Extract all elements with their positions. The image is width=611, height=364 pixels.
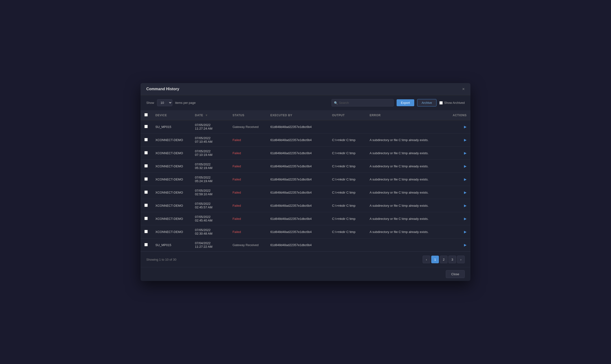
row-action-button[interactable]: ▶ (464, 191, 467, 194)
row-error: A subdirectory or file C:\tmp already ex… (366, 160, 446, 173)
row-action-button[interactable]: ▶ (464, 217, 467, 221)
select-all-checkbox[interactable] (144, 113, 148, 117)
table-footer: Showing 1 to 10 of 30 ‹ 1 2 3 › (140, 252, 471, 267)
row-checkbox[interactable] (144, 191, 148, 194)
row-action-button[interactable]: ▶ (464, 125, 467, 129)
next-page-button[interactable]: › (457, 256, 465, 263)
row-error (366, 238, 446, 252)
row-actions: ▶ (446, 212, 471, 225)
row-action-button[interactable]: ▶ (464, 164, 467, 168)
search-input[interactable] (332, 99, 394, 106)
row-device: XCONNECT-DEMO (152, 160, 191, 173)
row-action-button[interactable]: ▶ (464, 230, 467, 234)
table-row: SU_MP015 07/04/202211:27:22 AM Gateway R… (140, 238, 471, 252)
row-action-button[interactable]: ▶ (464, 204, 467, 208)
col-header-date[interactable]: DATE ▼ (191, 110, 229, 120)
row-status: Gateway Received (229, 120, 266, 133)
row-executed-by: 61d848d48ad22357e1dbc6b4 (266, 173, 328, 186)
row-error (366, 120, 446, 133)
table-wrap: DEVICE DATE ▼ STATUS EXECUTED BY OUTPUT … (140, 110, 471, 252)
page-button-1[interactable]: 1 (431, 256, 439, 263)
col-header-status: STATUS (229, 110, 266, 120)
row-checkbox-cell (140, 212, 152, 225)
row-status: Failed (229, 146, 266, 160)
row-actions: ▶ (446, 160, 471, 173)
row-actions: ▶ (446, 238, 471, 252)
row-checkbox-cell (140, 199, 152, 212)
row-action-button[interactable]: ▶ (464, 177, 467, 181)
show-archived-checkbox[interactable] (439, 101, 443, 104)
row-checkbox-cell (140, 186, 152, 199)
row-executed-by: 61d848d48ad22357e1dbc6b4 (266, 199, 328, 212)
row-checkbox-cell (140, 238, 152, 252)
row-checkbox[interactable] (144, 164, 148, 168)
row-actions: ▶ (446, 120, 471, 133)
row-executed-by: 61d848d48ad22357e1dbc6b4 (266, 120, 328, 133)
row-checkbox[interactable] (144, 125, 148, 128)
table-row: XCONNECT-DEMO 07/05/202202:45:40 AM Fail… (140, 212, 471, 225)
prev-page-button[interactable]: ‹ (423, 256, 430, 263)
table-body: SU_MP015 07/05/202211:27:24 AM Gateway R… (140, 120, 471, 252)
row-checkbox[interactable] (144, 243, 148, 246)
search-wrap: 🔍 (332, 99, 394, 106)
per-page-select[interactable]: 10 25 50 100 (157, 99, 172, 106)
toolbar: Show 10 25 50 100 items per page 🔍 Expor… (140, 95, 471, 110)
archive-button[interactable]: Archive (417, 99, 436, 106)
row-device: XCONNECT-DEMO (152, 212, 191, 225)
export-button[interactable]: Export (397, 99, 414, 106)
row-date: 07/05/202205:24:19 AM (191, 173, 229, 186)
row-error: A subdirectory or file C:\tmp already ex… (366, 133, 446, 146)
row-checkbox-cell (140, 225, 152, 238)
row-device: XCONNECT-DEMO (152, 199, 191, 212)
page-button-3[interactable]: 3 (448, 256, 456, 263)
row-date: 07/05/202202:45:57 AM (191, 199, 229, 212)
row-actions: ▶ (446, 146, 471, 160)
row-checkbox[interactable] (144, 204, 148, 207)
table-row: XCONNECT-DEMO 07/05/202205:32:19 AM Fail… (140, 160, 471, 173)
table-row: XCONNECT-DEMO 07/05/202207:10:19 AM Fail… (140, 146, 471, 160)
row-device: XCONNECT-DEMO (152, 146, 191, 160)
sort-icon: ▼ (205, 114, 208, 117)
show-archived-wrap: Show Archived (439, 101, 465, 104)
row-output: C:\>mkdir C:\tmp (328, 133, 366, 146)
row-actions: ▶ (446, 173, 471, 186)
row-actions: ▶ (446, 186, 471, 199)
page-button-2[interactable]: 2 (440, 256, 447, 263)
row-checkbox[interactable] (144, 138, 148, 141)
row-error: A subdirectory or file C:\tmp already ex… (366, 225, 446, 238)
row-date: 07/05/202207:10:19 AM (191, 146, 229, 160)
row-device: XCONNECT-DEMO (152, 225, 191, 238)
row-date: 07/04/202211:27:22 AM (191, 238, 229, 252)
command-history-modal: Command History × Show 10 25 50 100 item… (140, 83, 471, 281)
row-status: Failed (229, 160, 266, 173)
row-checkbox[interactable] (144, 151, 148, 155)
command-table: DEVICE DATE ▼ STATUS EXECUTED BY OUTPUT … (140, 110, 471, 252)
row-action-button[interactable]: ▶ (464, 151, 467, 155)
row-device: XCONNECT-DEMO (152, 133, 191, 146)
row-checkbox-cell (140, 120, 152, 133)
row-checkbox-cell (140, 133, 152, 146)
row-checkbox[interactable] (144, 217, 148, 220)
col-header-error: ERROR (366, 110, 446, 120)
close-button[interactable]: Close (446, 270, 465, 278)
modal-close-button[interactable]: × (462, 87, 465, 91)
modal-title: Command History (146, 87, 179, 91)
row-output (328, 120, 366, 133)
row-status: Failed (229, 133, 266, 146)
row-action-button[interactable]: ▶ (464, 138, 467, 142)
table-row: XCONNECT-DEMO 07/05/202202:45:57 AM Fail… (140, 199, 471, 212)
row-action-button[interactable]: ▶ (464, 243, 467, 247)
row-date: 07/05/202211:27:24 AM (191, 120, 229, 133)
row-date: 07/05/202205:32:19 AM (191, 160, 229, 173)
row-checkbox[interactable] (144, 177, 148, 181)
table-row: XCONNECT-DEMO 07/05/202205:24:19 AM Fail… (140, 173, 471, 186)
row-device: SU_MP015 (152, 120, 191, 133)
table-row: XCONNECT-DEMO 07/05/202202:30:48 AM Fail… (140, 225, 471, 238)
row-actions: ▶ (446, 199, 471, 212)
table-row: XCONNECT-DEMO 07/05/202207:10:45 AM Fail… (140, 133, 471, 146)
row-executed-by: 61d848d48ad22357e1dbc6b4 (266, 133, 328, 146)
row-checkbox[interactable] (144, 230, 148, 233)
row-device: XCONNECT-DEMO (152, 186, 191, 199)
show-label: Show (146, 101, 154, 104)
col-header-device: DEVICE (152, 110, 191, 120)
